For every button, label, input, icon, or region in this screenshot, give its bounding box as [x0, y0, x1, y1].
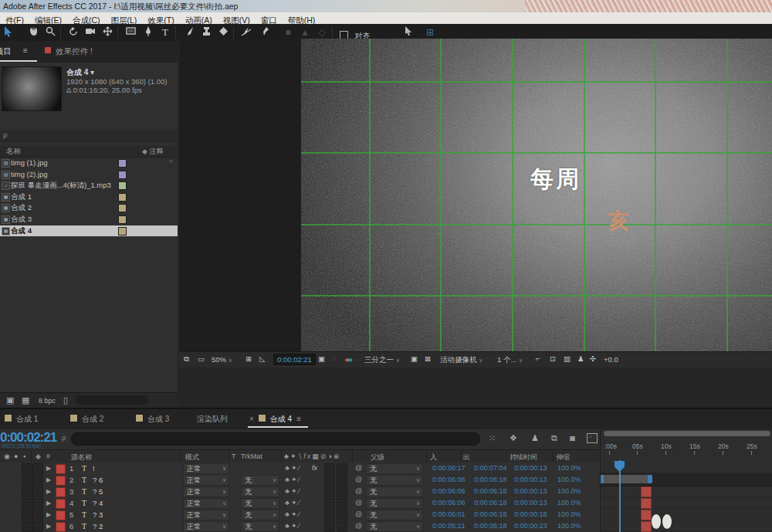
layer-switches[interactable]: ♣✦∕	[285, 464, 301, 472]
timeline-tab[interactable]: 合成 3	[135, 414, 169, 425]
project-search-bar[interactable]: ρ	[0, 130, 178, 142]
mask-visibility-icon[interactable]: ◺	[259, 355, 265, 363]
blend-mode-select[interactable]: 正常∨	[183, 510, 229, 520]
video-switch-cell[interactable]	[22, 463, 32, 474]
mode-column[interactable]: 模式	[185, 452, 199, 463]
in-column[interactable]: 入	[430, 452, 437, 463]
pen-tool-icon[interactable]	[141, 26, 155, 39]
eraser-tool-icon[interactable]	[216, 26, 230, 39]
in-value[interactable]: 0:00:06:06	[432, 499, 466, 507]
in-value[interactable]: 0:00:06:01	[432, 510, 466, 518]
in-value[interactable]: 0:00:05:21	[432, 522, 466, 530]
mini-flowchart-icon[interactable]: ⁙	[489, 434, 496, 442]
layer-switches[interactable]: ♣✦∕	[285, 499, 301, 507]
blend-mode-select[interactable]: 正常∨	[183, 486, 229, 497]
in-value[interactable]: 0:00:06:17	[432, 464, 466, 472]
label-color-chip[interactable]	[118, 181, 127, 190]
title-bar[interactable]: Adobe After Effects CC 2017 - I:\适用视频\屌丝…	[0, 0, 772, 12]
comp-viewer[interactable]: 每周 亥	[179, 39, 772, 351]
work-area-bar[interactable]	[602, 475, 652, 483]
switch-cell[interactable]	[337, 510, 347, 520]
layer-label-chip[interactable]	[56, 464, 66, 474]
expand-arrow-icon[interactable]: ▶	[46, 511, 51, 518]
video-switch-cell[interactable]	[22, 486, 32, 497]
label-color-chip[interactable]	[118, 204, 127, 212]
duration-value[interactable]: 0:00:00:23	[514, 522, 547, 530]
horizontal-scrollbar[interactable]	[604, 431, 770, 436]
expand-arrow-icon[interactable]: ▶	[46, 500, 51, 507]
zoom-select[interactable]: 50% ∨	[212, 355, 232, 364]
timeline-tab[interactable]: 渲染队列	[197, 414, 228, 425]
expand-arrow-icon[interactable]: ▶	[46, 476, 51, 483]
snapshot-camera-icon[interactable]: ▣	[318, 355, 325, 363]
hide-shy-icon[interactable]: ♟	[531, 434, 539, 442]
video-switch-cell[interactable]	[22, 510, 32, 520]
project-item-row[interactable]: ▦合成 3	[0, 214, 178, 225]
text-tool-icon[interactable]: T	[158, 26, 172, 39]
layer-bar[interactable]	[641, 521, 652, 532]
layer-label-chip[interactable]	[56, 476, 66, 486]
brush-tool-icon[interactable]	[182, 26, 196, 39]
bpc-button[interactable]: 8 bpc	[39, 397, 56, 405]
switch-cell[interactable]	[337, 475, 347, 486]
label-color-chip[interactable]	[118, 171, 127, 179]
parent-select[interactable]: 无∨	[366, 498, 423, 509]
parent-select[interactable]: 无∨	[366, 475, 423, 486]
layer-bar[interactable]	[641, 486, 652, 497]
resolution-select[interactable]: 三分之一 ∨	[364, 355, 400, 365]
layer-label-chip[interactable]	[56, 510, 66, 520]
puppet-pin-tool-icon[interactable]	[258, 26, 272, 39]
footer-scroll-pill[interactable]	[75, 395, 148, 405]
work-area-end-handle[interactable]	[648, 475, 652, 483]
stretch-value[interactable]: 100.0%	[557, 476, 581, 483]
switch-cell[interactable]	[337, 486, 347, 497]
duration-value[interactable]: 0:00:00:13	[514, 476, 547, 483]
audio-switch-cell[interactable]	[32, 463, 43, 474]
expand-arrow-icon[interactable]: ▶	[46, 488, 51, 495]
fast-preview-icon[interactable]: ⊡	[550, 355, 556, 363]
audio-switch-cell[interactable]	[32, 521, 43, 532]
transparency-grid-icon[interactable]: ⊠	[425, 355, 431, 363]
tab-effect-controls[interactable]: 效果控件 !	[56, 46, 93, 57]
out-value[interactable]: 0:00:06:18	[474, 499, 507, 507]
parent-select[interactable]: 无∨	[366, 486, 423, 497]
frame-blend-icon[interactable]: ⧉	[551, 434, 557, 442]
layer-row[interactable]: ▶5T? 3正常∨无∨♣✦∕@无∨0:00:06:010:00:06:180:0…	[0, 509, 600, 521]
video-switch-cell[interactable]	[22, 521, 32, 532]
parent-select[interactable]: 无∨	[366, 463, 423, 474]
timeline-tab[interactable]: 合成 1	[4, 414, 38, 425]
stretch-column[interactable]: 伸缩	[556, 452, 570, 463]
tab-project[interactable]: 项目	[0, 46, 12, 57]
camera-select[interactable]: 活动摄像机 ∨	[440, 355, 482, 365]
trkmat-select[interactable]: 无∨	[241, 486, 279, 497]
label-color-chip[interactable]	[118, 227, 127, 236]
pixel-aspect-icon[interactable]: ⌐	[536, 355, 540, 363]
selection-tool-icon[interactable]	[2, 26, 15, 39]
layer-row[interactable]: ▶1T!正常∨♣✦∕fx@无∨0:00:06:170:00:07:040:00:…	[0, 463, 600, 475]
blend-mode-select[interactable]: 正常∨	[183, 475, 229, 486]
switch-cell[interactable]	[324, 498, 335, 509]
viewer-timecode[interactable]: 0:00:02:21	[273, 354, 316, 365]
stretch-value[interactable]: 100.0%	[557, 499, 581, 507]
trkmat-column[interactable]: TrkMat	[241, 452, 262, 460]
label-color-chip[interactable]	[118, 193, 127, 202]
show-snapshot-icon[interactable]: ◌	[332, 355, 337, 363]
layer-label-chip[interactable]	[56, 499, 66, 509]
motion-blur-icon[interactable]: ◙	[570, 434, 575, 442]
audio-switch-cell[interactable]	[32, 486, 43, 497]
duration-column[interactable]: 持续时间	[510, 452, 537, 463]
stretch-value[interactable]: 100.0%	[557, 510, 581, 518]
expand-arrow-icon[interactable]: ▶	[46, 465, 51, 472]
switch-cell[interactable]	[324, 463, 335, 474]
channel-icon[interactable]: ●●●	[344, 355, 353, 364]
audio-switch-cell[interactable]	[32, 498, 43, 509]
column-comment[interactable]: ◆ 注释	[142, 147, 163, 157]
work-area-start-handle[interactable]	[601, 475, 604, 483]
roi-icon[interactable]: ▣	[411, 355, 418, 363]
safe-margins-icon[interactable]: ⊞	[245, 355, 252, 363]
out-value[interactable]: 0:00:06:18	[474, 476, 507, 483]
out-value[interactable]: 0:00:07:04	[474, 464, 507, 472]
duration-value[interactable]: 0:00:00:13	[514, 499, 547, 507]
stretch-value[interactable]: 100.0%	[557, 522, 581, 530]
layer-switches[interactable]: ♣✦∕	[285, 487, 301, 495]
